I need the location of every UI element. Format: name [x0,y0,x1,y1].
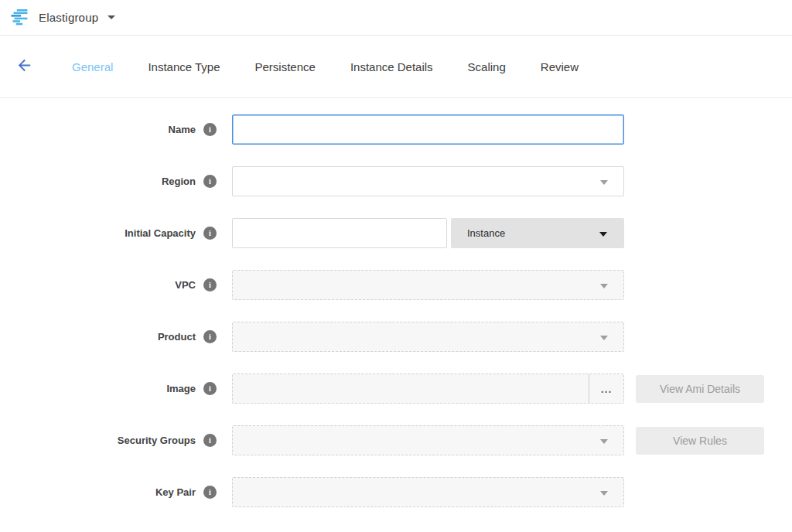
key-pair-label: Key Pair [155,486,196,498]
name-input[interactable] [232,114,624,145]
image-label: Image [166,383,196,394]
capacity-unit-value: Instance [467,227,505,239]
wizard-tabbar: General Instance Type Persistence Instan… [0,36,792,98]
form-row-image: Image i ... View Ami Details [0,373,792,404]
view-rules-button[interactable]: View Rules [636,427,764,455]
chevron-down-icon [600,180,608,185]
chevron-down-icon [600,491,608,496]
region-label: Region [162,176,196,187]
security-groups-select[interactable] [232,425,624,455]
initial-capacity-input[interactable] [232,218,447,248]
product-label: Product [158,331,196,343]
tab-general[interactable]: General [72,60,113,73]
tab-instance-details[interactable]: Instance Details [350,60,433,73]
chevron-down-icon [600,336,608,340]
form-row-region: Region i [0,166,792,196]
wizard-tabs: General Instance Type Persistence Instan… [72,60,579,73]
capacity-unit-select[interactable]: Instance [451,218,624,248]
tab-review[interactable]: Review [541,60,579,73]
app-title: Elastigroup [39,11,98,24]
app-switcher[interactable]: Elastigroup [11,9,115,26]
vpc-label: VPC [175,279,196,291]
back-button[interactable] [15,56,33,77]
info-icon[interactable]: i [203,227,217,240]
security-groups-label: Security Groups [118,435,196,446]
form-row-product: Product i [0,322,792,352]
view-ami-details-button[interactable]: View Ami Details [636,375,764,403]
form-row-initial-capacity: Initial Capacity i Instance [0,218,792,248]
form-row-name: Name i [0,114,792,145]
chevron-down-icon [108,15,115,19]
tab-scaling[interactable]: Scaling [468,60,506,73]
elastigroup-logo-icon [11,9,31,26]
back-arrow-icon [15,56,33,77]
image-picker: ... [232,373,624,404]
key-pair-select[interactable] [232,477,624,507]
form-row-key-pair: Key Pair i [0,477,792,507]
chevron-down-icon [599,232,607,237]
info-icon[interactable]: i [203,123,217,136]
info-icon[interactable]: i [203,278,217,292]
info-icon[interactable]: i [203,486,217,499]
general-settings-form: Name i Region i Initial Capacity i [0,98,792,507]
tab-persistence[interactable]: Persistence [255,60,316,73]
info-icon[interactable]: i [203,330,217,343]
topbar: Elastigroup [0,0,792,36]
tab-instance-type[interactable]: Instance Type [148,60,220,73]
region-select[interactable] [232,166,624,196]
image-input[interactable] [233,374,589,403]
form-row-security-groups: Security Groups i View Rules [0,425,792,455]
info-icon[interactable]: i [203,434,217,447]
info-icon[interactable]: i [203,175,217,188]
initial-capacity-label: Initial Capacity [125,227,196,239]
info-icon[interactable]: i [203,382,217,395]
image-browse-button[interactable]: ... [589,374,623,403]
chevron-down-icon [600,439,608,444]
chevron-down-icon [600,284,608,288]
vpc-select[interactable] [232,270,624,300]
product-select[interactable] [232,322,624,352]
name-label: Name [169,124,196,135]
form-row-vpc: VPC i [0,270,792,300]
